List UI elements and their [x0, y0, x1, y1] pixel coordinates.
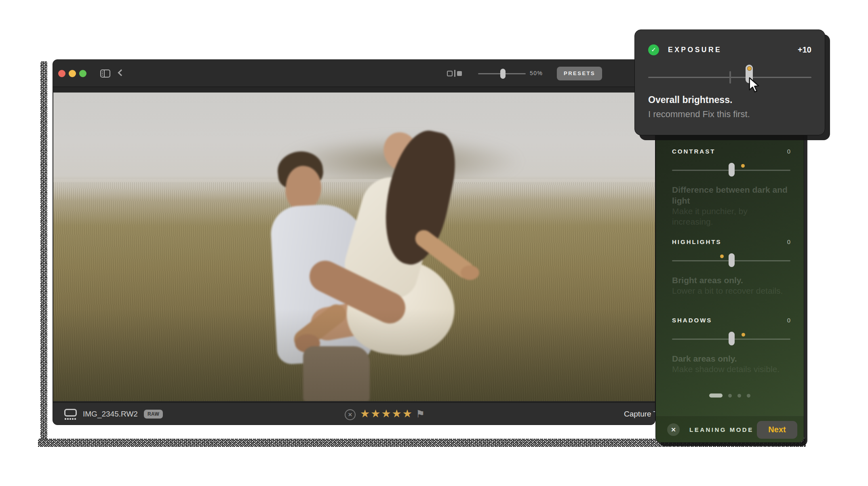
edit-sidebar: CONTRAST 0 Difference between dark and l… — [655, 87, 804, 443]
shadows-value: 0 — [787, 317, 790, 324]
filmstrip-dots — [65, 418, 76, 420]
presets-button[interactable]: PRESETS — [557, 67, 602, 80]
highlights-header: HIGHLIGHTS 0 — [672, 238, 790, 245]
leaning-mode-bar: ✕ LEANING MODE Next — [656, 416, 804, 443]
before-after-compare-icon[interactable] — [447, 70, 462, 77]
zoom-window-button[interactable] — [79, 70, 86, 77]
sidebar-toggle-dot — [102, 75, 103, 76]
filename-label: IMG_2345.RW2 — [83, 410, 138, 419]
shadows-suggestion-dot — [742, 333, 745, 337]
exposure-popup: ✓ EXPOSURE +10 Overall brightness. I rec… — [634, 29, 825, 135]
shadows-desc-primary: Dark areas only. — [672, 353, 790, 364]
exposure-handle-dot — [747, 66, 752, 71]
contrast-slider[interactable] — [672, 161, 790, 179]
shadows-section: SHADOWS 0 Dark areas only. Make shadow d… — [672, 317, 790, 374]
zoom-slider-thumb[interactable] — [500, 69, 506, 79]
raw-format-badge: RAW — [144, 410, 163, 419]
page-dot[interactable] — [747, 394, 750, 398]
shadows-slider[interactable] — [672, 330, 790, 348]
close-icon[interactable]: ✕ — [667, 423, 680, 436]
highlights-desc-primary: Bright areas only. — [672, 275, 790, 286]
compare-filled-square — [457, 71, 462, 76]
sketch-shadow-left — [40, 61, 47, 440]
exposure-popup-header: ✓ EXPOSURE +10 — [648, 44, 811, 55]
screenshot-stage: 50% PRESETS — [0, 0, 868, 486]
sidebar-toggle-dot — [102, 72, 103, 72]
compare-divider — [454, 70, 455, 77]
back-chevron-icon[interactable] — [118, 69, 125, 76]
photo-vignette — [53, 309, 655, 401]
minimize-window-button[interactable] — [69, 70, 76, 77]
flag-icon[interactable]: ⚑ — [416, 408, 425, 420]
filmstrip-icon[interactable] — [64, 408, 77, 420]
exposure-slider-center-tick — [729, 71, 731, 84]
bottom-info-bar: IMG_2345.RW2 RAW ✕ ★★★★★ ⚑ Capture Ti — [53, 402, 655, 425]
zoom-percent-label: 50% — [530, 70, 543, 76]
figure-woman-hand — [461, 265, 479, 280]
next-button[interactable]: Next — [757, 421, 797, 439]
shadows-slider-handle[interactable] — [729, 332, 735, 345]
toolbar: 50% PRESETS — [53, 60, 655, 87]
highlights-slider-handle[interactable] — [729, 253, 735, 267]
pagination-dots[interactable] — [656, 393, 804, 398]
mouse-cursor-icon — [748, 77, 760, 93]
contrast-desc-secondary: Make it punchier, by increasing. — [672, 206, 790, 227]
exposure-title: EXPOSURE — [668, 46, 722, 54]
close-window-button[interactable] — [58, 70, 65, 77]
reject-button[interactable]: ✕ — [345, 409, 356, 420]
exposure-value: +10 — [798, 45, 811, 55]
contrast-header: CONTRAST 0 — [672, 148, 790, 155]
contrast-label: CONTRAST — [672, 148, 715, 155]
sidebar-toggle-icon[interactable] — [100, 69, 110, 78]
leaning-mode-label: LEANING MODE — [689, 426, 754, 433]
shadows-desc-secondary: Make shadow details visible. — [672, 364, 790, 374]
page-dot-active[interactable] — [709, 393, 723, 398]
capture-time-label: Capture Ti — [624, 410, 655, 419]
exposure-desc-secondary: I recommend Fix this first. — [648, 109, 750, 120]
shadows-label: SHADOWS — [672, 317, 712, 324]
highlights-label: HIGHLIGHTS — [672, 238, 722, 245]
filmstrip-screen — [64, 409, 77, 417]
exposure-desc-primary: Overall brightness. — [648, 95, 732, 105]
page-dot[interactable] — [728, 394, 732, 398]
compare-outline-square — [447, 71, 453, 76]
sidebar-toggle-dot — [102, 73, 103, 74]
page-dot[interactable] — [737, 394, 741, 398]
contrast-section: CONTRAST 0 Difference between dark and l… — [672, 148, 790, 227]
contrast-value: 0 — [787, 148, 790, 155]
contrast-slider-handle[interactable] — [729, 163, 735, 177]
highlights-slider[interactable] — [672, 252, 790, 270]
photo-canvas[interactable] — [53, 93, 655, 401]
check-icon: ✓ — [648, 44, 659, 55]
contrast-suggestion-dot — [741, 164, 745, 168]
highlights-desc-secondary: Lower a bit to recover details. — [672, 286, 790, 296]
sidebar-toggle-divider — [104, 70, 105, 77]
contrast-desc-primary: Difference between dark and light — [672, 184, 790, 206]
highlights-section: HIGHLIGHTS 0 Bright areas only. Lower a … — [672, 238, 790, 296]
app-window: 50% PRESETS — [53, 59, 655, 425]
shadows-header: SHADOWS 0 — [672, 317, 790, 324]
highlights-suggestion-dot — [720, 255, 724, 258]
star-rating[interactable]: ★★★★★ — [360, 407, 413, 420]
file-info-group: IMG_2345.RW2 RAW — [64, 403, 163, 425]
highlights-value: 0 — [787, 238, 790, 245]
